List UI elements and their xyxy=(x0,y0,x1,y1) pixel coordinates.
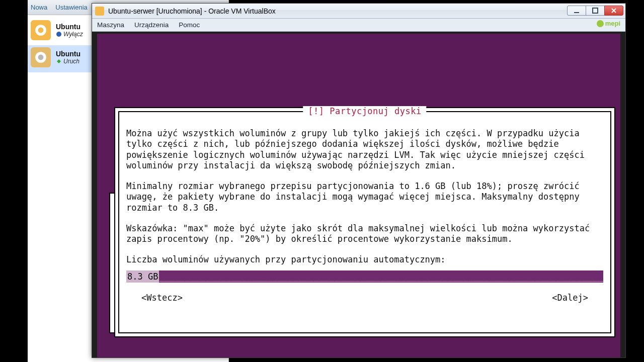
vm-os-icon xyxy=(31,20,51,40)
vm-name: Ubuntu xyxy=(56,23,83,31)
window-title: Ubuntu-serwer [Uruchomiona] - Oracle VM … xyxy=(108,7,568,15)
maximize-button[interactable] xyxy=(586,6,605,16)
menu-urzadzenia[interactable]: Urządzenia xyxy=(134,21,169,29)
watermark: mepi xyxy=(597,20,620,27)
minimize-button[interactable] xyxy=(567,6,586,16)
toolbar-new-button[interactable]: Nowa xyxy=(31,4,47,11)
input-underline: ________________________________________… xyxy=(159,270,603,283)
run-icon xyxy=(56,58,62,64)
vm-state: Wyłącz xyxy=(63,31,83,38)
input-value: 8.3 GB xyxy=(126,270,159,283)
svg-point-2 xyxy=(56,32,61,37)
close-button[interactable] xyxy=(604,6,623,16)
volume-size-input[interactable]: 8.3 GB _________________________________… xyxy=(126,270,603,283)
next-button[interactable]: <Dalej> xyxy=(552,293,588,303)
svg-rect-6 xyxy=(593,8,598,13)
vm-os-icon xyxy=(31,47,51,67)
back-button[interactable]: <Wstecz> xyxy=(141,293,183,303)
virtualbox-vm-window: Ubuntu-serwer [Uruchomiona] - Oracle VM … xyxy=(92,3,626,358)
watermark-icon xyxy=(597,20,604,27)
toolbar-settings-button[interactable]: Ustawienia xyxy=(55,4,88,11)
svg-point-1 xyxy=(38,28,44,33)
virtualbox-icon xyxy=(95,7,104,16)
svg-point-4 xyxy=(38,55,44,60)
installer-dialog: [!] Partycjonuj dyski Można użyć wszystk… xyxy=(114,107,615,337)
dialog-paragraph: Wskazówka: "max" może być użyte jako skr… xyxy=(126,223,603,245)
svg-rect-5 xyxy=(574,12,579,13)
dialog-shadow-tab xyxy=(109,193,114,333)
vm-state: Uruch xyxy=(63,58,79,65)
vm-name: Ubuntu xyxy=(56,50,80,58)
menu-pomoc[interactable]: Pomoc xyxy=(179,21,200,29)
vm-screen: [!] Partycjonuj dyski Można użyć wszystk… xyxy=(97,34,620,357)
dialog-paragraph: Można użyć wszystkich woluminów z grupy … xyxy=(126,128,603,171)
window-titlebar[interactable]: Ubuntu-serwer [Uruchomiona] - Oracle VM … xyxy=(92,4,625,19)
menu-maszyna[interactable]: Maszyna xyxy=(97,21,124,29)
vm-menubar: Maszyna Urządzenia Pomoc mepi xyxy=(92,19,625,32)
dialog-paragraph: Minimalny rozmiar wybranego przepisu par… xyxy=(126,181,603,213)
dialog-title: [!] Partycjonuj dyski xyxy=(303,106,426,116)
power-icon xyxy=(56,31,62,37)
input-prompt-label: Liczba woluminów używanych przy partycjo… xyxy=(126,254,603,265)
